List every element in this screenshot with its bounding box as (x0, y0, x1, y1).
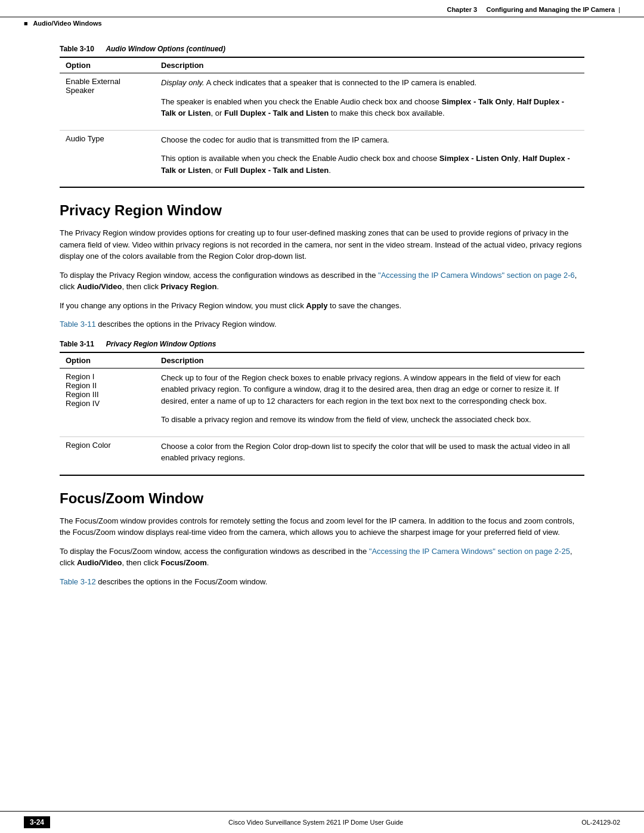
table-row: Audio Type Choose the codec for audio th… (60, 130, 584, 187)
table-row: Region IRegion IIRegion IIIRegion IV Che… (60, 368, 584, 436)
section-label: ■ (24, 20, 28, 27)
option-region-color: Region Color (60, 436, 155, 475)
privacy-region-bold: Privacy Region (161, 282, 217, 291)
option-audio-type: Audio Type (60, 130, 155, 187)
simplex-talk-only-label: Simplex - Talk Only (441, 97, 512, 106)
focus-zoom-para1: The Focus/Zoom window provides controls … (60, 515, 584, 538)
table12-ref-link[interactable]: Table 3-12 (60, 577, 96, 586)
privacy-region-para4: Table 3-11 describes the options in the … (60, 318, 584, 330)
full-duplex-talk-listen-label: Full Duplex - Talk and Listen (224, 166, 329, 175)
table10-num: Table 3-10 (60, 45, 94, 53)
simplex-listen-only-label: Simplex - Listen Only (439, 154, 518, 163)
table10-caption: Table 3-10 Audio Window Options (continu… (60, 45, 584, 53)
table11-caption: Table 3-11 Privacy Region Window Options (60, 340, 584, 348)
privacy-region-para3: If you change any options in the Privacy… (60, 300, 584, 312)
desc-audio-type: Choose the codec for audio that is trans… (155, 130, 584, 187)
section-title-text: Audio/Video Windows (33, 20, 101, 27)
option-enable-external-speaker: Enable ExternalSpeaker (60, 73, 155, 131)
apply-bold: Apply (306, 301, 327, 310)
focus-zoom-para3: Table 3-12 describes the options in the … (60, 576, 584, 588)
full-duplex-label: Full Duplex - Talk and Listen (224, 109, 329, 117)
chapter-title: Configuring and Managing the IP Camera (486, 6, 615, 13)
table-row: Enable ExternalSpeaker Display only. A c… (60, 73, 584, 131)
audio-video-bold-1: Audio/Video (77, 282, 122, 291)
page-number: 3-24 (24, 816, 50, 828)
page-footer: 3-24 Cisco Video Surveillance System 262… (0, 811, 644, 833)
footer-right-text: OL-24129-02 (581, 819, 620, 826)
footer-left: 3-24 (24, 816, 50, 828)
privacy-region-para1: The Privacy Region window provides optio… (60, 227, 584, 262)
footer-center-text: Cisco Video Surveillance System 2621 IP … (228, 819, 403, 826)
focus-zoom-title: Focus/Zoom Window (60, 490, 584, 507)
privacy-region-para2: To display the Privacy Region window, ac… (60, 270, 584, 293)
desc-regions: Check up to four of the Region check box… (155, 368, 584, 436)
desc-region-color: Choose a color from the Region Color dro… (155, 436, 584, 475)
table10-col-option: Option (60, 57, 155, 73)
desc-enable-external-speaker: Display only. A check indicates that a s… (155, 73, 584, 131)
privacy-region-title: Privacy Region Window (60, 202, 584, 219)
accessing-windows-link-2[interactable]: "Accessing the IP Camera Windows" sectio… (369, 547, 570, 556)
table11-col-desc: Description (155, 352, 584, 368)
accessing-windows-link-1[interactable]: "Accessing the IP Camera Windows" sectio… (378, 271, 575, 280)
table-11: Option Description Region IRegion IIRegi… (60, 352, 584, 476)
page-header: Chapter 3 Configuring and Managing the I… (0, 0, 644, 17)
table10-title: Audio Window Options (continued) (106, 45, 225, 53)
table-row: Region Color Choose a color from the Reg… (60, 436, 584, 475)
para2-prefix: To display the Privacy Region window, ac… (60, 271, 378, 280)
header-title: Chapter 3 Configuring and Managing the I… (447, 6, 620, 13)
focus-zoom-bold: Focus/Zoom (161, 558, 207, 567)
fz-para2-prefix: To display the Focus/Zoom window, access… (60, 547, 369, 556)
table11-col-option: Option (60, 352, 155, 368)
table-10: Option Description Enable ExternalSpeake… (60, 57, 584, 188)
audio-video-bold-2: Audio/Video (77, 558, 122, 567)
option-regions: Region IRegion IIRegion IIIRegion IV (60, 368, 155, 436)
table11-ref-link[interactable]: Table 3-11 (60, 320, 96, 329)
main-content: Table 3-10 Audio Window Options (continu… (0, 29, 644, 630)
table11-num: Table 3-11 (60, 340, 94, 348)
section-header: ■ Audio/Video Windows (0, 17, 644, 29)
display-only-label: Display only. (161, 78, 205, 87)
chapter-label: Chapter 3 (447, 6, 477, 13)
focus-zoom-para2: To display the Focus/Zoom window, access… (60, 546, 584, 569)
table11-title: Privacy Region Window Options (106, 340, 216, 348)
table10-col-desc: Description (155, 57, 584, 73)
